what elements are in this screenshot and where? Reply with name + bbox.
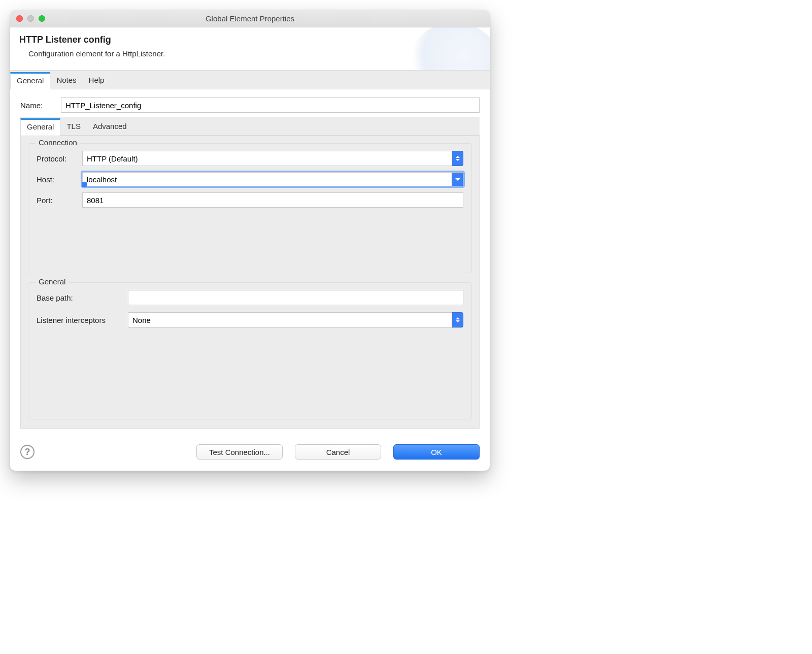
protocol-value[interactable] — [82, 151, 452, 166]
tab-help[interactable]: Help — [83, 72, 111, 89]
interceptors-label: Listener interceptors — [37, 316, 128, 324]
window-controls — [16, 15, 45, 22]
inner-tab-general[interactable]: General — [20, 118, 60, 136]
inner-tab-advanced[interactable]: Advanced — [87, 118, 133, 135]
protocol-label: Protocol: — [37, 154, 82, 163]
cancel-button[interactable]: Cancel — [295, 444, 381, 460]
header-decoration — [409, 27, 490, 70]
interceptors-value[interactable] — [128, 312, 452, 328]
interceptors-select[interactable] — [128, 312, 463, 328]
host-input[interactable] — [83, 173, 452, 186]
host-combo[interactable] — [82, 172, 463, 186]
port-label: Port: — [37, 196, 82, 205]
tab-notes[interactable]: Notes — [50, 72, 82, 89]
basepath-row: Base path: — [37, 290, 463, 305]
close-icon[interactable] — [16, 15, 23, 22]
chevron-updown-icon[interactable] — [452, 312, 463, 328]
protocol-row: Protocol: — [37, 151, 463, 166]
chevron-updown-icon[interactable] — [452, 151, 463, 166]
general-group: General Base path: Listener interceptors — [28, 282, 472, 419]
inner-tab-tls[interactable]: TLS — [60, 118, 87, 135]
page-title: HTTP Listener config — [19, 35, 481, 45]
header: HTTP Listener config Configuration eleme… — [10, 27, 490, 70]
form-body: Name: General TLS Advanced Connection Pr… — [10, 89, 490, 435]
name-row: Name: — [20, 97, 480, 113]
basepath-label: Base path: — [37, 293, 128, 302]
dialog-window: Global Element Properties HTTP Listener … — [10, 10, 490, 471]
interceptors-row: Listener interceptors — [37, 312, 463, 328]
minimize-icon[interactable] — [27, 15, 34, 22]
general-group-label: General — [36, 277, 69, 286]
name-input[interactable] — [61, 97, 480, 113]
dialog-footer: ? Test Connection... Cancel OK — [10, 435, 490, 471]
inner-tab-bar: General TLS Advanced — [20, 117, 480, 136]
ok-button[interactable]: OK — [393, 444, 480, 460]
inner-tab-panel: Connection Protocol: Host: — [20, 136, 480, 429]
maximize-icon[interactable] — [39, 15, 45, 22]
port-row: Port: — [37, 192, 463, 208]
name-label: Name: — [20, 101, 61, 110]
connection-group: Connection Protocol: Host: — [28, 143, 472, 273]
basepath-input[interactable] — [128, 290, 463, 305]
host-label: Host: — [37, 175, 82, 184]
port-input[interactable] — [82, 192, 463, 208]
outer-tab-bar: General Notes Help — [10, 70, 490, 89]
chevron-down-icon[interactable] — [452, 173, 463, 186]
tab-general[interactable]: General — [10, 72, 50, 89]
window-title: Global Element Properties — [10, 14, 490, 23]
titlebar: Global Element Properties — [10, 10, 490, 27]
info-icon — [82, 182, 87, 187]
inner-tabs-container: General TLS Advanced Connection Protocol… — [20, 117, 480, 429]
connection-group-label: Connection — [36, 138, 80, 147]
help-icon[interactable]: ? — [20, 445, 35, 459]
protocol-select[interactable] — [82, 151, 463, 166]
host-row: Host: — [37, 172, 463, 186]
test-connection-button[interactable]: Test Connection... — [196, 444, 283, 460]
